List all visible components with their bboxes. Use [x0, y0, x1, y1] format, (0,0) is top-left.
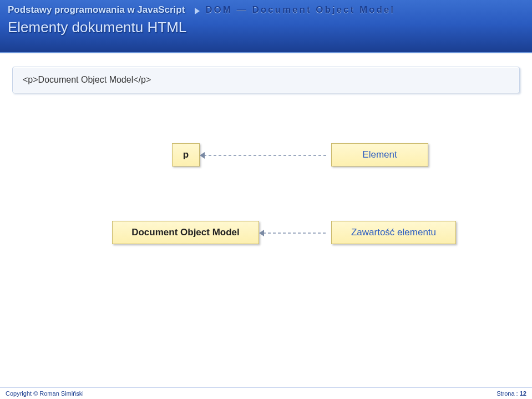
diagram-node-element: Element — [331, 143, 428, 166]
header-top-row: Podstawy programowania w JavaScript DOM … — [0, 0, 532, 16]
page-indicator: Strona : 12 — [496, 390, 526, 397]
copyright-text: Copyright © Roman Simiński — [6, 390, 84, 397]
slide-header: Podstawy programowania w JavaScript DOM … — [0, 0, 532, 53]
slide-content: <p>Document Object Model</p> p Element D… — [0, 53, 532, 301]
connector-line-top — [204, 155, 328, 156]
slide-subtitle: Elementy dokumentu HTML — [0, 16, 532, 36]
page-label: Strona : — [496, 390, 518, 397]
topic-title: DOM — Document Object Model — [205, 4, 395, 16]
header-divider — [0, 52, 532, 53]
dom-diagram: p Element Document Object Model Zawartoś… — [12, 143, 520, 287]
breadcrumb-arrow-icon — [195, 8, 200, 14]
page-number: 12 — [520, 390, 526, 397]
diagram-node-dom: Document Object Model — [112, 221, 259, 244]
course-title: Podstawy programowania w JavaScript — [8, 4, 185, 16]
slide-footer: Copyright © Roman Simiński Strona : 12 — [0, 387, 532, 399]
code-example-box: <p>Document Object Model</p> — [12, 67, 520, 93]
diagram-node-p: p — [172, 143, 200, 166]
arrowhead-left-icon — [259, 230, 264, 236]
connector-line-bottom — [263, 233, 328, 234]
arrowhead-left-icon — [200, 152, 205, 159]
diagram-node-content: Zawartość elementu — [331, 221, 456, 244]
